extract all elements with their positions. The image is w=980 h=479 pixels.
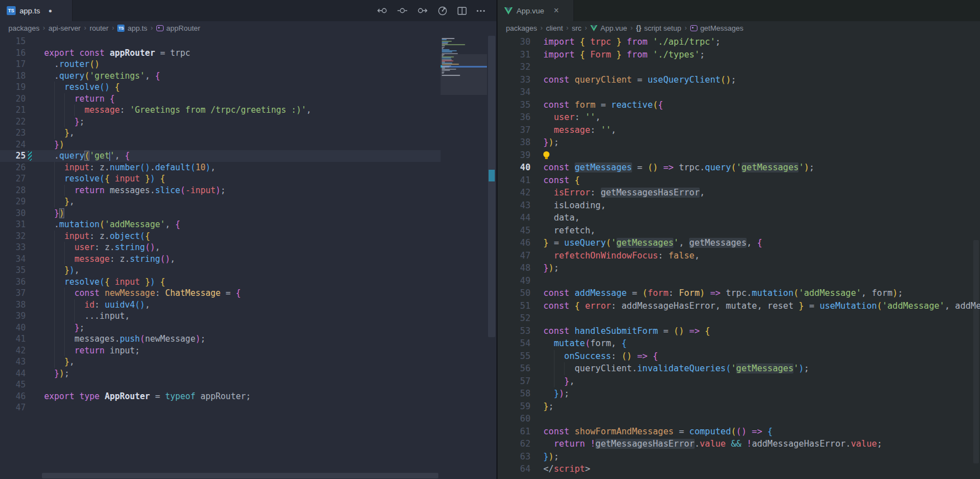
- code-line[interactable]: 47: [0, 402, 441, 414]
- breadcrumb-item[interactable]: appRouter: [166, 24, 200, 32]
- line-number[interactable]: 45: [0, 379, 26, 391]
- code-line[interactable]: 23 },: [0, 127, 441, 139]
- code-line[interactable]: 30import { trpc } from './api/trpc';: [498, 36, 980, 49]
- line-number[interactable]: 63: [498, 451, 530, 463]
- code-line[interactable]: 58 });: [498, 387, 980, 400]
- code-line[interactable]: 46} = useQuery('getMessages', getMessage…: [498, 237, 980, 250]
- line-number[interactable]: 35: [0, 265, 26, 276]
- code-line[interactable]: 40const getMessages = () => trpc.query('…: [498, 161, 980, 174]
- code-line[interactable]: 55 onSuccess: () => {: [498, 350, 980, 363]
- line-number[interactable]: 44: [0, 368, 26, 380]
- code-line[interactable]: 61const showFormAndMessages = computed((…: [498, 425, 980, 438]
- line-number[interactable]: 60: [498, 413, 530, 425]
- breadcrumb-item[interactable]: script setup: [644, 24, 681, 32]
- breadcrumb-item[interactable]: router: [89, 24, 108, 32]
- line-number[interactable]: 36: [498, 111, 530, 124]
- code-line[interactable]: 41 messages.push(newMessage);: [0, 333, 441, 345]
- code-line[interactable]: 15: [0, 36, 441, 47]
- code-line[interactable]: 29 },: [0, 196, 441, 208]
- code-line[interactable]: 39 ...input,: [0, 310, 441, 322]
- line-number[interactable]: 50: [498, 287, 530, 300]
- line-number[interactable]: 21: [0, 104, 26, 116]
- line-number[interactable]: 34: [0, 253, 26, 265]
- line-number[interactable]: 46: [0, 391, 26, 403]
- line-number[interactable]: 25: [0, 150, 26, 162]
- vertical-scrollbar[interactable]: [487, 35, 496, 479]
- vertical-scrollbar[interactable]: [972, 35, 980, 479]
- code-area[interactable]: 30import { trpc } from './api/trpc';31im…: [498, 35, 980, 479]
- breadcrumb-item[interactable]: app.ts: [127, 24, 147, 32]
- close-icon[interactable]: ×: [554, 6, 559, 15]
- modified-dot-icon[interactable]: ●: [49, 7, 52, 14]
- line-number[interactable]: 52: [498, 312, 530, 325]
- line-number[interactable]: 43: [0, 356, 26, 368]
- minimap[interactable]: [441, 35, 487, 479]
- line-number[interactable]: 43: [498, 199, 530, 212]
- code-line[interactable]: 19 resolve() {: [0, 82, 441, 93]
- line-number[interactable]: 59: [498, 400, 530, 413]
- code-line[interactable]: 46export type AppRouter = typeof appRout…: [0, 391, 441, 403]
- code-line[interactable]: 42 return input;: [0, 345, 441, 357]
- code-line[interactable]: 22 };: [0, 116, 441, 128]
- line-number[interactable]: 34: [498, 86, 530, 99]
- code-line[interactable]: 32: [498, 61, 980, 74]
- line-number[interactable]: 40: [498, 161, 530, 174]
- line-number[interactable]: 28: [0, 185, 26, 197]
- code-line[interactable]: 21 message: 'Greetings from /trpc/greeti…: [0, 104, 441, 116]
- line-number[interactable]: 46: [498, 237, 530, 250]
- line-number[interactable]: 35: [498, 99, 530, 112]
- line-number[interactable]: 20: [0, 93, 26, 105]
- breadcrumb-item[interactable]: src: [572, 24, 581, 32]
- code-line[interactable]: 44 data,: [498, 212, 980, 224]
- line-number[interactable]: 56: [498, 362, 530, 375]
- line-number[interactable]: 41: [498, 174, 530, 187]
- code-line[interactable]: 54 mutate(form, {: [498, 337, 980, 350]
- code-line[interactable]: 49: [498, 275, 980, 288]
- line-number[interactable]: 42: [498, 186, 530, 199]
- timeline-icon[interactable]: [437, 6, 448, 16]
- line-number[interactable]: 39: [498, 149, 530, 162]
- line-number[interactable]: 42: [0, 345, 26, 357]
- scrollbar-slider[interactable]: [973, 240, 979, 463]
- breadcrumb-item[interactable]: api-server: [49, 24, 81, 32]
- line-number[interactable]: 30: [498, 36, 530, 49]
- line-number[interactable]: 55: [498, 350, 530, 363]
- breadcrumb-item[interactable]: App.vue: [600, 24, 627, 32]
- line-number[interactable]: 64: [498, 463, 530, 476]
- code-line[interactable]: 52: [498, 312, 980, 325]
- line-number[interactable]: 40: [0, 322, 26, 334]
- line-number[interactable]: 15: [0, 36, 26, 47]
- line-number[interactable]: 32: [0, 231, 26, 242]
- line-number[interactable]: 54: [498, 337, 530, 350]
- more-actions-icon[interactable]: [476, 9, 485, 12]
- code-line[interactable]: 35 }),: [0, 265, 441, 276]
- code-line[interactable]: 33const queryClient = useQueryClient();: [498, 74, 980, 87]
- open-change-icon[interactable]: [397, 7, 408, 15]
- line-number[interactable]: 62: [498, 438, 530, 451]
- code-area[interactable]: 1516export const appRouter = trpc17 .rou…: [0, 35, 441, 479]
- line-number[interactable]: 31: [498, 49, 530, 61]
- code-line[interactable]: 43 isLoading,: [498, 199, 980, 212]
- tab-app-vue[interactable]: App.vue ×: [498, 0, 574, 21]
- line-number[interactable]: 51: [498, 300, 530, 313]
- code-line[interactable]: 38});: [498, 136, 980, 149]
- code-line[interactable]: 45: [0, 379, 441, 391]
- code-line[interactable]: 34 message: z.string(),: [0, 253, 441, 265]
- code-line[interactable]: 28 return messages.slice(-input);: [0, 185, 441, 197]
- line-number[interactable]: 27: [0, 173, 26, 185]
- code-line[interactable]: 53const handleSubmitForm = () => {: [498, 325, 980, 338]
- open-previous-change-icon[interactable]: [377, 7, 388, 15]
- code-line[interactable]: 20 return {: [0, 93, 441, 105]
- code-line[interactable]: 33 user: z.string(),: [0, 242, 441, 253]
- line-number[interactable]: 16: [0, 47, 26, 59]
- code-line[interactable]: 16export const appRouter = trpc: [0, 47, 441, 59]
- code-line[interactable]: 34: [498, 86, 980, 99]
- code-line[interactable]: 17 .router(): [0, 59, 441, 70]
- horizontal-scrollbar[interactable]: [42, 473, 438, 478]
- line-number[interactable]: 31: [0, 219, 26, 231]
- code-line[interactable]: 36 resolve({ input }) {: [0, 276, 441, 288]
- line-number[interactable]: 30: [0, 208, 26, 219]
- line-number[interactable]: 61: [498, 425, 530, 438]
- code-line[interactable]: 42 isError: getMessagesHasError,: [498, 186, 980, 199]
- line-number[interactable]: 24: [0, 139, 26, 151]
